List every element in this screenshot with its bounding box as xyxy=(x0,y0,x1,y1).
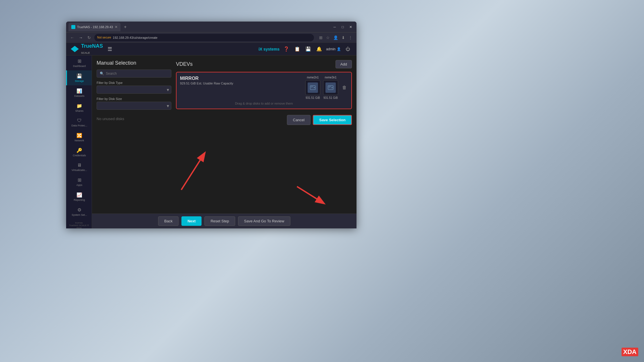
tab-favicon xyxy=(71,25,75,29)
vdevs-title: VDEVs xyxy=(176,61,193,67)
sidebar-label-datasets: Datasets xyxy=(74,95,85,97)
browser-titlebar: TrueNAS - 192.168.29.43 ✕ + ─ □ ✕ xyxy=(66,22,356,32)
search-box[interactable]: 🔍 xyxy=(97,70,171,78)
support-button[interactable]: ❓ xyxy=(282,45,290,53)
menu-button[interactable]: ⋮ xyxy=(347,35,354,41)
new-tab-button[interactable]: + xyxy=(122,24,128,30)
sidebar-label-credentials: Credentials xyxy=(73,154,86,157)
sidebar-label-data-protection: Data Protec... xyxy=(71,124,87,127)
sidebar-item-virtualization[interactable]: 🖥 Virtualizatio... xyxy=(66,160,92,174)
save-and-review-button[interactable]: Save And Go To Review xyxy=(238,216,290,226)
disk-icon-2 xyxy=(325,82,336,93)
window-controls: ─ □ ✕ xyxy=(331,24,354,30)
disk-size-2: 931.51 GiB xyxy=(323,96,338,99)
sidebar-label-virtualization: Virtualizatio... xyxy=(72,169,87,172)
dialog-body: Manual Selection 🔍 Filter by Disk Type xyxy=(97,60,352,209)
mirror-info: MIRROR 929.51 GiB Est. Usable Raw Capaci… xyxy=(180,76,233,85)
address-bar[interactable]: Not secure 192.168.29.43/ui/storage/crea… xyxy=(94,34,314,41)
no-disks-message: No unused disks xyxy=(97,117,171,121)
disk-item-2: nvme3n1 xyxy=(323,76,338,99)
maximize-button[interactable]: □ xyxy=(339,24,346,30)
reset-step-button[interactable]: Reset Step xyxy=(204,216,235,226)
footer-bar: Back Next Reset Step Save And Go To Revi… xyxy=(92,213,356,228)
browser-action-buttons: ⊞ ☆ 👤 ⬇ ⋮ xyxy=(318,35,354,41)
sidebar-item-apps[interactable]: ⊞ Apps xyxy=(66,174,92,189)
search-input[interactable] xyxy=(106,72,168,76)
dialog-actions: Cancel Save Selection xyxy=(176,113,352,125)
sidebar-item-credentials[interactable]: 🔑 Credentials xyxy=(66,145,92,160)
browser-tab[interactable]: TrueNAS - 192.168.29.43 ✕ xyxy=(68,23,120,31)
clipboard-button[interactable]: 📋 xyxy=(293,45,301,53)
footer-username: truenas xyxy=(68,222,89,224)
user-icon: 👤 xyxy=(337,47,341,51)
back-button[interactable]: Back xyxy=(158,216,179,226)
logo-icon xyxy=(71,46,79,52)
admin-user-button[interactable]: admin 👤 xyxy=(326,47,341,51)
save-selection-button[interactable]: Save Selection xyxy=(313,115,352,125)
sidebar-item-data-protection[interactable]: 🛡 Data Protec... xyxy=(66,115,92,130)
main-layout: ⊞ Dashboard 💾 Storage 📊 Datasets 📁 Share… xyxy=(66,55,356,228)
mirror-header: MIRROR 929.51 GiB Est. Usable Raw Capaci… xyxy=(180,76,348,99)
profile-button[interactable]: 👤 xyxy=(332,35,339,41)
filter-disk-size-group: Filter by Disk Size xyxy=(97,97,171,110)
credentials-icon: 🔑 xyxy=(76,148,82,153)
reload-button[interactable]: ↻ xyxy=(86,35,92,41)
truenas-logo: TrueNASSCALE xyxy=(71,43,103,55)
manual-selection-panel: Manual Selection 🔍 Filter by Disk Type xyxy=(97,60,171,209)
next-button[interactable]: Next xyxy=(181,216,202,226)
content-area: Manual Selection 🔍 Filter by Disk Type xyxy=(92,55,356,228)
drag-hint: Drag & drop disks to add or remove them xyxy=(180,102,348,105)
vdevs-header: VDEVs Add xyxy=(176,60,352,68)
mirror-capacity: 929.51 GiB Est. Usable Raw Capacity xyxy=(180,82,233,85)
disk-label-2: nvme3n1 xyxy=(325,76,336,79)
filter-disk-type-select[interactable] xyxy=(97,86,171,94)
ix-systems-logo: iX systems xyxy=(258,47,279,51)
top-navigation: TrueNASSCALE ☰ iX systems ❓ 📋 💾 🔔 admin … xyxy=(66,43,356,55)
disk-label-1: nvme2n1 xyxy=(307,76,319,79)
manual-selection-title: Manual Selection xyxy=(97,60,171,66)
storage-button[interactable]: 💾 xyxy=(304,45,312,53)
delete-mirror-button[interactable]: 🗑 xyxy=(341,84,348,91)
filter-disk-size-select[interactable] xyxy=(97,102,171,110)
extensions-button[interactable]: ⊞ xyxy=(318,35,324,41)
download-button[interactable]: ⬇ xyxy=(340,35,346,41)
top-nav-right: iX systems ❓ 📋 💾 🔔 admin 👤 ⏻ xyxy=(258,45,352,53)
xda-logo: XDA xyxy=(622,348,638,356)
power-button[interactable]: ⏻ xyxy=(344,45,352,53)
mirror-card: MIRROR 929.51 GiB Est. Usable Raw Capaci… xyxy=(176,72,352,109)
filter-disk-size-label: Filter by Disk Size xyxy=(97,97,171,101)
notifications-button[interactable]: 🔔 xyxy=(315,45,323,53)
mirror-disks: nvme2n1 xyxy=(305,76,338,99)
add-vdev-button[interactable]: Add xyxy=(336,60,352,68)
vdevs-panel: VDEVs Add MIRROR 929.51 GiB Est. Usable … xyxy=(176,60,352,209)
sidebar-item-storage[interactable]: 💾 Storage xyxy=(66,70,92,85)
virtualization-icon: 🖥 xyxy=(77,163,82,168)
sidebar-item-network[interactable]: 🔀 Network xyxy=(66,130,92,145)
sidebar-item-dashboard[interactable]: ⊞ Dashboard xyxy=(66,55,92,70)
sidebar-item-reporting[interactable]: 📈 Reporting xyxy=(66,189,92,204)
data-protection-icon: 🛡 xyxy=(77,118,82,123)
sidebar-label-apps: Apps xyxy=(76,184,83,186)
tab-close-button[interactable]: ✕ xyxy=(115,25,118,29)
filter-disk-type-group: Filter by Disk Type xyxy=(97,81,171,94)
sidebar-item-datasets[interactable]: 📊 Datasets xyxy=(66,85,92,100)
sidebar-item-system-settings[interactable]: ⚙ System Set... xyxy=(66,204,92,219)
sidebar-label-shares: Shares xyxy=(75,109,84,112)
truenas-app: TrueNASSCALE ☰ iX systems ❓ 📋 💾 🔔 admin … xyxy=(66,43,356,228)
sidebar-label-reporting: Reporting xyxy=(74,199,85,201)
bookmark-button[interactable]: ☆ xyxy=(325,35,331,41)
sidebar-item-shares[interactable]: 📁 Shares xyxy=(66,100,92,115)
back-nav-button[interactable]: ← xyxy=(69,35,75,41)
dashboard-icon: ⊞ xyxy=(78,58,81,64)
svg-point-5 xyxy=(331,87,333,88)
cancel-button[interactable]: Cancel xyxy=(287,115,310,125)
security-warning: Not secure xyxy=(97,36,111,39)
address-url: 192.168.29.43/ui/storage/create xyxy=(113,36,157,39)
sidebar-label-network: Network xyxy=(74,139,84,142)
logo-text: TrueNASSCALE xyxy=(81,43,103,55)
footer-copyright: TrueNAS SCALE ® 2024 xyxy=(68,224,89,228)
forward-nav-button[interactable]: → xyxy=(78,35,84,41)
minimize-button[interactable]: ─ xyxy=(331,24,338,30)
hamburger-button[interactable]: ☰ xyxy=(106,45,113,53)
close-window-button[interactable]: ✕ xyxy=(347,24,354,30)
